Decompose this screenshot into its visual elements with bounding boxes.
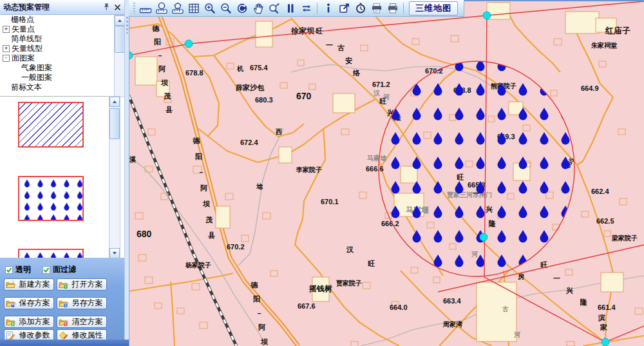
vertex-handle[interactable]	[483, 12, 491, 19]
map-canvas[interactable]: 马家埝马家堰贾家三河水闸门汉河河古河德阳－阿坝茂县德阳－阿坝茂县德阳－阿坝旺一古…	[129, 0, 644, 346]
tree-item-simple-line[interactable]: 简单线型	[0, 34, 115, 44]
close-icon[interactable]	[113, 3, 122, 12]
road-label-wang-xinglong-br: 隆	[580, 298, 587, 306]
tree-item-area-pattern[interactable]: -面图案	[0, 53, 115, 63]
expand-icon[interactable]: +	[3, 45, 10, 52]
rain-drop-swatch-2[interactable]	[18, 249, 84, 258]
road-label-wang-gu: 络	[352, 69, 361, 77]
road-label-deyang-2: 茂	[205, 216, 213, 224]
previous-view-button[interactable]	[234, 1, 250, 15]
road-label-deyang-1: －	[156, 52, 164, 59]
open-plan-button[interactable]: 打开方案	[57, 278, 107, 291]
area-filter-checkbox-label: 面过滤	[53, 264, 76, 275]
expand-icon[interactable]: +	[3, 26, 10, 33]
clear-plan-button[interactable]: 清空方案	[57, 316, 107, 328]
button-label: 打开方案	[70, 279, 105, 290]
transparent-checkbox[interactable]	[5, 265, 13, 273]
map-label: 672.4	[240, 139, 258, 146]
map-label: 溪	[129, 156, 137, 163]
area-filter-checkbox[interactable]	[43, 265, 50, 273]
map-label: 西	[275, 128, 282, 135]
vertex-handle[interactable]	[185, 40, 193, 48]
road-label-deyang-1: 县	[166, 106, 173, 113]
toolbar-grip-icon[interactable]	[133, 3, 135, 14]
tree-item-raster-point[interactable]: 栅格点	[0, 15, 115, 24]
measure-distance-button[interactable]	[137, 1, 153, 15]
vertex-handle[interactable]	[601, 338, 609, 346]
road-label-deyang-3: －	[256, 309, 263, 317]
history-clock-button[interactable]	[352, 1, 368, 15]
save-plan-icon	[6, 298, 15, 308]
preview-scroll-up-icon[interactable]	[109, 97, 120, 107]
zoom-in-button[interactable]	[202, 1, 218, 15]
toolbar-separator	[317, 3, 317, 14]
preview-scroll-down-icon[interactable]	[109, 248, 120, 258]
panel-title: 动态预案管理	[0, 2, 101, 13]
tree-item-label: 箭标文本	[11, 82, 42, 93]
window-top-edge	[461, 0, 644, 1]
pan-button[interactable]	[250, 1, 266, 15]
map-label: 李家院子	[296, 166, 322, 173]
print-preview-button[interactable]	[368, 1, 384, 15]
refresh-icon	[300, 2, 313, 15]
identify-button[interactable]	[320, 1, 336, 15]
measure-polygon-button[interactable]	[169, 1, 185, 15]
measure-circle-icon	[155, 2, 168, 15]
map-label: 汉	[373, 90, 381, 97]
road-label-wang-gu: 安	[345, 57, 352, 64]
transparent-checkbox-label: 透明	[15, 264, 31, 275]
preview-scroll-thumb[interactable]	[109, 108, 120, 139]
tree-scroll-up-icon[interactable]	[115, 15, 125, 26]
new-plan-button[interactable]: 新建方案	[4, 278, 54, 291]
diagonal-hatch-swatch[interactable]	[18, 102, 84, 148]
vertex-handle[interactable]	[480, 233, 488, 241]
props-plan-icon	[59, 331, 68, 340]
road-label-wang-xinglong-mid: 旺	[379, 97, 386, 105]
print-button[interactable]	[384, 1, 401, 15]
rain-drop-swatch[interactable]	[18, 176, 84, 221]
saveas-plan-button[interactable]: 另存方案	[57, 297, 107, 309]
road-label-deyang-2: 县	[208, 231, 215, 239]
pin-icon[interactable]	[101, 3, 111, 12]
preview-scrollbar[interactable]	[109, 96, 120, 259]
panel-bottom-strip	[0, 340, 129, 346]
road-label-hanwang-low: 旺	[368, 260, 375, 267]
zoom-select-button[interactable]	[266, 1, 282, 15]
road-label-wang-xinglong-br: 兴	[565, 287, 573, 294]
params-plan-icon	[6, 331, 15, 340]
panel-header: 动态预案管理	[0, 0, 124, 15]
pause-button[interactable]	[282, 1, 298, 15]
building-block	[565, 12, 599, 34]
road-label-wang-gu: 一	[326, 41, 333, 49]
collapse-icon[interactable]: -	[3, 55, 10, 62]
tree-item-arrow-text[interactable]: 箭标文本	[0, 82, 115, 92]
map-svg[interactable]: 马家埝马家堰贾家三河水闸门汉河河古河德阳－阿坝茂县德阳－阿坝茂县德阳－阿坝旺一古…	[129, 0, 644, 346]
export-button[interactable]	[336, 1, 352, 15]
rain-area-ellipse[interactable]	[379, 61, 574, 276]
tree-scroll-thumb[interactable]	[115, 26, 125, 53]
map-label: 梁家院子	[611, 235, 638, 242]
building-block	[256, 21, 272, 47]
tree-item-vector-point[interactable]: +矢量点	[0, 24, 115, 34]
map-label: 662.5	[596, 217, 614, 225]
new-plan-icon	[6, 280, 15, 289]
tree-item-vector-line[interactable]: +矢量线型	[0, 44, 115, 53]
road-label-wang-gu: 古	[337, 44, 345, 52]
save-plan-button[interactable]: 保存方案	[4, 297, 54, 309]
tree-item-general-pattern[interactable]: 一般图案	[0, 73, 115, 82]
road-label-deyang-3: 德	[250, 281, 258, 289]
add-plan-button[interactable]: 添加方案	[4, 316, 54, 328]
panel-splitter[interactable]	[124, 0, 129, 340]
refresh-button[interactable]	[298, 1, 314, 15]
grid-button[interactable]	[185, 1, 202, 15]
map-label: 664.0	[390, 303, 408, 311]
map-label: 薛家沙包	[236, 84, 265, 91]
zoom-out-button[interactable]	[218, 1, 234, 15]
tree-item-weather-pattern[interactable]: 气象图案	[0, 63, 115, 73]
map-label: 埝	[256, 183, 263, 190]
map-label: 红庙子	[605, 26, 630, 35]
button-label: 添加方案	[17, 316, 52, 327]
map-label: 664.9	[581, 84, 599, 92]
measure-circle-button[interactable]	[153, 1, 169, 15]
map-3d-button[interactable]: 三维地图	[409, 1, 458, 15]
